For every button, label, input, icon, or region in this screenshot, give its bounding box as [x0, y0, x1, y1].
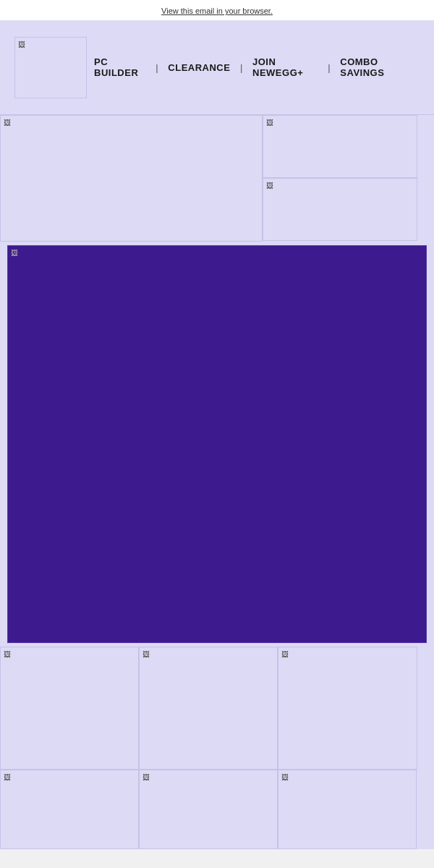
- product-grid-row1: 🖼 🖼 🖼: [0, 647, 434, 770]
- product-3-broken-icon: 🖼: [281, 650, 292, 660]
- nav-item-clearance[interactable]: CLEARANCE: [161, 62, 237, 73]
- email-wrapper: View this email in your browser. 🖼 PC BU…: [0, 0, 434, 849]
- hero-main-image[interactable]: 🖼: [0, 115, 263, 242]
- product-5-broken-icon: 🖼: [142, 773, 153, 783]
- purple-banner-wrapper: 🖼: [0, 242, 434, 647]
- product-cell-6[interactable]: 🖼: [278, 770, 417, 849]
- product-cell-3[interactable]: 🖼: [278, 647, 417, 770]
- hero-bottom-right-image[interactable]: 🖼: [263, 178, 417, 241]
- product-6-broken-icon: 🖼: [281, 773, 292, 783]
- nav-item-pc-builder[interactable]: PC BUILDER: [87, 56, 153, 78]
- hero-right-col: 🖼 🖼: [263, 115, 417, 242]
- logo-broken-icon: 🖼: [18, 41, 28, 51]
- hero-top-right-broken-icon: 🖼: [266, 119, 276, 129]
- product-cell-1[interactable]: 🖼: [0, 647, 139, 770]
- view-in-browser-link[interactable]: View this email in your browser.: [161, 7, 273, 15]
- hero-bottom-right-broken-icon: 🖼: [266, 182, 276, 192]
- nav-sep-3: |: [326, 62, 333, 73]
- product-4-broken-icon: 🖼: [4, 773, 14, 783]
- product-cell-4[interactable]: 🖼: [0, 770, 139, 849]
- top-bar: View this email in your browser.: [0, 0, 434, 20]
- email-header: 🖼 PC BUILDER | CLEARANCE | JOIN NEWEGG+ …: [0, 20, 434, 114]
- product-1-broken-icon: 🖼: [4, 650, 14, 660]
- product-2-broken-icon: 🖼: [142, 650, 153, 660]
- hero-section: 🖼 🖼 🖼: [0, 114, 434, 242]
- hero-top-right-image[interactable]: 🖼: [263, 115, 417, 178]
- logo-container: 🖼: [14, 37, 87, 98]
- product-grid-row2: 🖼 🖼 🖼: [0, 770, 434, 849]
- purple-banner[interactable]: 🖼: [7, 245, 427, 643]
- nav-sep-1: |: [153, 62, 161, 73]
- product-cell-2[interactable]: 🖼: [139, 647, 278, 770]
- purple-banner-broken-icon: 🖼: [11, 249, 21, 259]
- nav-sep-2: |: [237, 62, 245, 73]
- nav-item-join-newegg[interactable]: JOIN NEWEGG+: [245, 56, 326, 78]
- hero-main-broken-icon: 🖼: [4, 119, 14, 129]
- nav-item-combo-savings[interactable]: COMBO SAVINGS: [333, 56, 420, 78]
- product-cell-5[interactable]: 🖼: [139, 770, 278, 849]
- header-nav: PC BUILDER | CLEARANCE | JOIN NEWEGG+ | …: [87, 56, 420, 78]
